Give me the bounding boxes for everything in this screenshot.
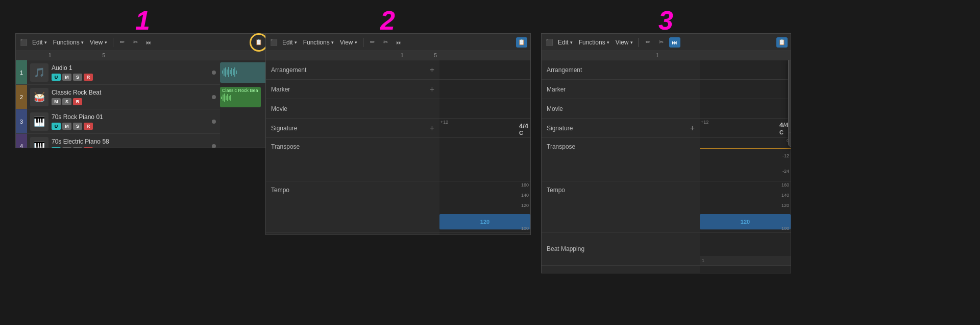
marker-plus-2[interactable]: + (430, 85, 434, 94)
pencil-btn[interactable]: ✏ (117, 37, 128, 48)
toolbar-1: ⬛ Edit ▾ Functions ▾ View ▾ ✏ ✂ ⏭ 📋 (16, 34, 267, 51)
dropdown-marker[interactable]: ✓ Marker (789, 69, 791, 79)
functions-menu-3[interactable]: Functions ▾ (577, 38, 611, 47)
scissors-btn[interactable]: ✂ (130, 37, 141, 48)
track-info-2: Classic Rock Beat M S R (52, 89, 212, 105)
global-tracks-btn-2[interactable]: 📋 (516, 37, 527, 48)
beatmap-row-2: Beat Mapping (266, 233, 439, 235)
step-number-1: 1 (135, 5, 150, 36)
tempo-label-3: Tempo (547, 187, 565, 194)
arrangement-row-3: Arrangement (542, 60, 700, 80)
track-row-3: 3 🎹 70s Rock Piano 01 U M S R (16, 109, 220, 134)
beatmap-row-3: Beat Mapping (542, 233, 700, 266)
view-menu-3[interactable]: View ▾ (614, 38, 635, 47)
dropdown-beatmapping[interactable]: ✓ Beat Mapping (789, 120, 791, 130)
track-dot-4-a (212, 144, 216, 148)
dropdown-movie[interactable]: ✓ Movie (789, 79, 791, 89)
edit-chevron: ▾ (44, 40, 47, 45)
sep3 (639, 38, 639, 47)
tempo-row-2: Tempo (266, 181, 439, 233)
transport-icon-2[interactable]: ⬛ (269, 38, 278, 47)
configure-global-tracks-item[interactable]: Configure Global Tracks... ⌥G (789, 134, 791, 144)
r-btn-4[interactable]: R (84, 147, 93, 148)
lane-right-3: 4/4 C +12 0 -12 -24 160 140 120 120 10 (700, 60, 791, 273)
transpose-label-3: Transpose (547, 143, 575, 150)
view-menu-1[interactable]: View ▾ (88, 38, 109, 47)
movie-row-3: Movie (542, 99, 700, 119)
functions-menu-2[interactable]: Functions ▾ (301, 38, 336, 47)
functions-menu-1[interactable]: Functions ▾ (51, 38, 86, 47)
ruler-1: 1 5 (16, 51, 267, 60)
pencil-btn-3[interactable]: ✏ (643, 37, 654, 48)
track-num-3: 3 (16, 109, 27, 133)
arrangement-plus-2[interactable]: + (430, 65, 434, 75)
beat-ruler-1-3: 1 (702, 258, 704, 263)
transpose-row-3: Transpose (542, 138, 700, 181)
track-list-1: 1 🎵 Audio 1 U M S R 2 🥁 Cl (16, 60, 220, 148)
skip-btn[interactable]: ⏭ (143, 37, 155, 48)
m-btn-2[interactable]: M (52, 98, 61, 105)
marker-row-3: Marker (542, 80, 700, 99)
m-btn-4[interactable]: M (62, 147, 71, 148)
global-tracks-btn[interactable]: 📋 (253, 37, 264, 48)
track-controls-1: U M S R (52, 74, 212, 81)
lane-right-2: 4/4 C +12 0 -12 -24 160 140 120 (439, 60, 530, 235)
dropdown-arrangement[interactable]: ✓ Arrangement (789, 60, 791, 69)
ruler-marker-1: 1 (48, 53, 52, 58)
functions-label-3: Functions (579, 39, 605, 46)
signature-plus-2[interactable]: + (430, 124, 434, 133)
signature-label-3: Signature (547, 125, 573, 132)
dropdown-tempo[interactable]: ✓ Tempo (789, 110, 791, 120)
transport-icon[interactable]: ⬛ (19, 38, 28, 47)
track-name-2: Classic Rock Beat (52, 89, 212, 96)
edit-menu-2[interactable]: Edit ▾ (280, 38, 299, 47)
edit-menu[interactable]: Edit ▾ (30, 38, 49, 47)
beatmap-label-3: Beat Mapping (547, 245, 584, 252)
tempo-value-3: 120 (741, 219, 750, 225)
movie-label-3: Movie (547, 105, 563, 112)
classic-rock-clip[interactable]: Classic Rock Bea (220, 87, 261, 107)
m-btn-3[interactable]: M (62, 123, 71, 130)
view-label-1: View (90, 39, 103, 46)
transpose-label-2: Transpose (271, 143, 300, 150)
m-btn-1[interactable]: M (62, 74, 71, 81)
scissors-btn-3[interactable]: ✂ (656, 37, 667, 48)
track-controls-3: U M S R (52, 123, 212, 130)
s-btn-2[interactable]: S (62, 98, 71, 105)
movie-label-2: Movie (271, 105, 287, 112)
s-btn-1[interactable]: S (73, 74, 82, 81)
track-row-1: 1 🎵 Audio 1 U M S R (16, 60, 220, 85)
edit-label-3: Edit (558, 39, 569, 46)
u-btn-3[interactable]: U (52, 123, 61, 130)
s-btn-4[interactable]: S (73, 147, 82, 148)
step-number-2: 2 (380, 5, 395, 36)
transpose-row-2: Transpose (266, 138, 439, 181)
edit-menu-3[interactable]: Edit ▾ (556, 38, 575, 47)
u-btn-4[interactable]: U (52, 147, 61, 148)
signature-plus-3[interactable]: + (690, 124, 695, 133)
edit-label-2: Edit (282, 39, 293, 46)
view-menu-2[interactable]: View ▾ (338, 38, 359, 47)
global-tracks-toggle-3[interactable]: 📋 (776, 37, 788, 48)
track-controls-4: U M S R (52, 147, 212, 148)
audio1-clip[interactable] (220, 62, 267, 83)
global-tracks-btn-3[interactable]: ⏭ (669, 37, 680, 48)
toolbar-2: ⬛ Edit ▾ Functions ▾ View ▾ ✏ ✂ ⏭ 📋 (266, 34, 530, 51)
pencil-btn-2[interactable]: ✏ (367, 37, 378, 48)
track-thumb-3: 🎹 (30, 112, 48, 131)
skip-btn-2[interactable]: ⏭ (394, 37, 405, 48)
u-btn-1[interactable]: U (52, 74, 61, 81)
s-btn-3[interactable]: S (73, 123, 82, 130)
signature-label-2: Signature (271, 125, 297, 132)
panel-3: ⬛ Edit ▾ Functions ▾ View ▾ ✏ ✂ ⏭ 📋 1 Ar… (541, 33, 791, 273)
sig-val-2: 4/4 (519, 122, 528, 130)
transport-icon-3[interactable]: ⬛ (545, 38, 554, 47)
dropdown-transposition[interactable]: ✓ Transposition (789, 100, 791, 110)
dropdown-signature[interactable]: ✓ Signature (789, 89, 791, 100)
r-btn-3[interactable]: R (84, 123, 93, 130)
scissors-btn-2[interactable]: ✂ (380, 37, 391, 48)
r-btn-2[interactable]: R (73, 98, 82, 105)
r-btn-1[interactable]: R (84, 74, 93, 81)
panel-2: ⬛ Edit ▾ Functions ▾ View ▾ ✏ ✂ ⏭ 📋 1 5 … (265, 33, 531, 235)
arrangement-label-2: Arrangement (271, 66, 306, 74)
